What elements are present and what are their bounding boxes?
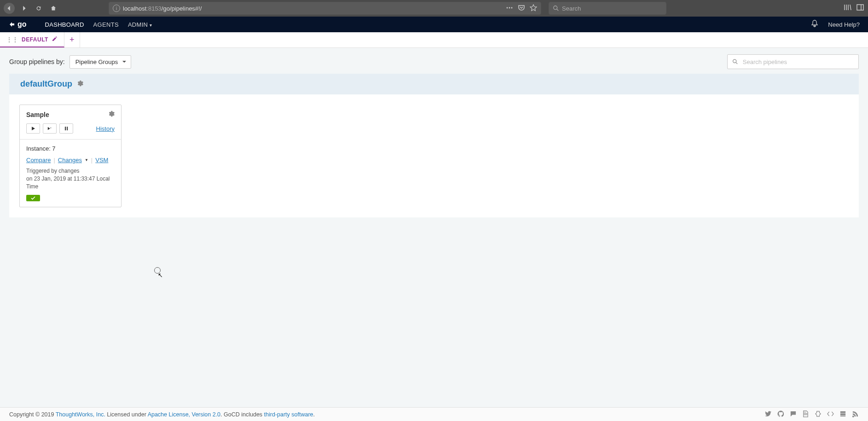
more-icon[interactable]: [506, 4, 513, 13]
nav-agents[interactable]: AGENTS: [93, 21, 119, 28]
svg-point-5: [733, 59, 736, 63]
browser-url-bar[interactable]: i localhost:8153/go/pipelines#!/: [109, 2, 541, 15]
pocket-icon[interactable]: [518, 4, 525, 13]
caret-down-icon: ▾: [150, 23, 152, 28]
instance-label: Instance: 7: [26, 145, 115, 152]
toolbar: Group pipelines by: Pipeline Groups: [0, 48, 868, 74]
group-body: Sample + History Instance: 7 Compare | C…: [9, 94, 859, 217]
changes-dropdown-icon[interactable]: ▼: [85, 158, 88, 162]
group-name-link[interactable]: defaultGroup: [20, 79, 72, 89]
group-header: defaultGroup: [9, 74, 859, 94]
stage-status-passed[interactable]: [26, 195, 40, 201]
add-tab-button[interactable]: +: [64, 32, 80, 47]
gocd-logo[interactable]: go: [8, 20, 27, 29]
svg-point-0: [507, 7, 508, 8]
pipeline-group-panel: defaultGroup Sample + History Instance: …: [9, 74, 859, 217]
library-icon[interactable]: [843, 3, 851, 13]
group-by-select[interactable]: Pipeline Groups: [69, 55, 132, 69]
info-icon[interactable]: i: [113, 5, 120, 12]
app-nav: go DASHBOARD AGENTS ADMIN▾ Need Help?: [0, 17, 868, 32]
triggered-info: Triggered by changes on 23 Jan, 2019 at …: [26, 167, 115, 190]
svg-rect-8: [67, 127, 68, 130]
vsm-link[interactable]: VSM: [95, 157, 108, 164]
sidebar-icon[interactable]: [856, 3, 864, 13]
tab-default[interactable]: ⋮⋮ DEFAULT: [0, 32, 64, 47]
pipeline-settings-icon[interactable]: [108, 111, 115, 119]
search-icon: [732, 58, 738, 65]
url-text: localhost:8153/go/pipelines#!/: [123, 5, 202, 12]
edit-tab-icon[interactable]: [52, 36, 58, 43]
svg-point-1: [509, 7, 510, 8]
bookmark-star-icon[interactable]: [530, 4, 537, 13]
svg-rect-7: [65, 127, 66, 130]
group-settings-icon[interactable]: [77, 80, 83, 88]
need-help-link[interactable]: Need Help?: [828, 21, 860, 28]
browser-back-button[interactable]: [4, 3, 15, 14]
changes-link[interactable]: Changes: [58, 157, 82, 164]
drag-handle-icon[interactable]: ⋮⋮: [6, 36, 18, 43]
browser-search-placeholder: Search: [562, 5, 581, 12]
view-tab-bar: ⋮⋮ DEFAULT +: [0, 32, 868, 48]
svg-rect-4: [857, 5, 863, 10]
pipeline-search-input[interactable]: [743, 58, 854, 65]
nav-dashboard[interactable]: DASHBOARD: [45, 21, 84, 28]
compare-link[interactable]: Compare: [26, 157, 51, 164]
svg-text:+: +: [50, 126, 52, 129]
pipeline-search[interactable]: [727, 54, 859, 69]
nav-admin[interactable]: ADMIN▾: [128, 21, 152, 28]
pipeline-name: Sample: [26, 111, 49, 118]
browser-search-box[interactable]: Search: [549, 2, 666, 15]
svg-point-3: [554, 6, 557, 10]
tab-label: DEFAULT: [22, 36, 48, 43]
browser-reload-button[interactable]: [33, 3, 44, 14]
play-with-options-button[interactable]: +: [43, 123, 57, 134]
browser-home-button[interactable]: [48, 3, 59, 14]
browser-chrome: i localhost:8153/go/pipelines#!/ Search: [0, 0, 868, 17]
play-button[interactable]: [26, 123, 40, 134]
notifications-bell-icon[interactable]: [810, 19, 819, 29]
pause-button[interactable]: [59, 123, 73, 134]
browser-forward-button[interactable]: [18, 3, 29, 14]
svg-point-2: [511, 7, 513, 8]
pipeline-card: Sample + History Instance: 7 Compare | C…: [19, 105, 122, 207]
history-link[interactable]: History: [96, 125, 115, 132]
group-by-label: Group pipelines by:: [9, 58, 65, 65]
